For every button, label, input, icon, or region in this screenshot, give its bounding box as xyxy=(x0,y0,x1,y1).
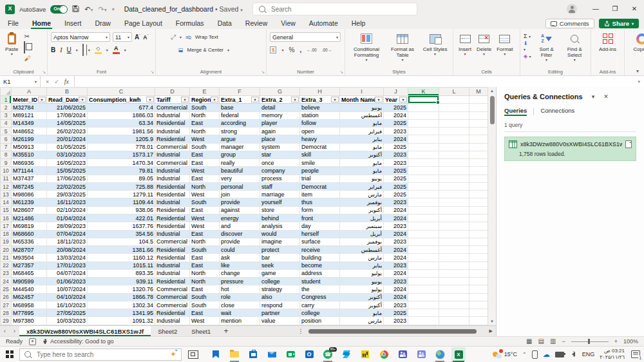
cell[interactable] xyxy=(439,269,469,277)
conditional-formatting-button[interactable]: Conditional Formatting ▾ xyxy=(348,32,384,67)
cell[interactable]: 2024 xyxy=(384,230,408,238)
cell[interactable] xyxy=(439,206,469,214)
cell[interactable]: 16/05/2023 xyxy=(47,159,88,167)
macro-record-icon[interactable] xyxy=(29,338,36,345)
cell[interactable]: East xyxy=(190,175,220,182)
cell[interactable]: 63.34 xyxy=(88,119,155,127)
menu-tab-automate[interactable]: Automate xyxy=(308,19,339,29)
sheet-tab-sheet2[interactable]: Sheet2 xyxy=(151,326,184,336)
sheet-tab-sheet1[interactable]: Sheet1 xyxy=(184,326,218,336)
cell[interactable]: West xyxy=(190,191,220,198)
cell[interactable] xyxy=(469,128,488,135)
cell[interactable]: 2025 xyxy=(384,119,408,127)
cell[interactable] xyxy=(408,191,439,198)
action-center-icon[interactable]: 1 xyxy=(631,350,640,358)
cell[interactable]: surface xyxy=(300,238,340,245)
cell[interactable]: process xyxy=(260,175,300,182)
cell[interactable]: hot xyxy=(220,285,260,293)
cell[interactable]: 01/05/2025 xyxy=(47,143,88,151)
cell[interactable]: the xyxy=(300,285,340,293)
filter-button[interactable]: ▼ xyxy=(146,97,154,102)
cell[interactable]: 01/06/2023 xyxy=(47,278,88,285)
cell[interactable]: Commercial xyxy=(155,104,190,111)
cell[interactable]: college xyxy=(260,278,300,285)
filter-button[interactable]: ▼ xyxy=(38,97,46,102)
merge-center-icon[interactable]: ⬓ xyxy=(178,48,184,53)
zoom-out-icon[interactable]: − xyxy=(562,338,565,345)
cell[interactable]: marriage xyxy=(260,191,300,198)
cell[interactable]: M37437 xyxy=(12,175,47,182)
cell[interactable]: station xyxy=(300,111,340,119)
cell[interactable]: M77895 xyxy=(12,309,47,317)
cell[interactable] xyxy=(469,238,488,245)
header-cell[interactable]: Extra_3▼ xyxy=(300,96,340,104)
filter-button[interactable]: ▼ xyxy=(375,97,383,102)
cell[interactable]: form xyxy=(300,206,340,214)
cell[interactable]: 04/10/2024 xyxy=(47,293,88,301)
cell[interactable] xyxy=(439,191,469,198)
cell[interactable]: 1109.44 xyxy=(88,198,155,206)
cell[interactable]: أكتوبر xyxy=(340,293,384,301)
expand-formula-bar-icon[interactable]: ▾ xyxy=(634,79,644,84)
wrap-text-icon[interactable]: ab̲ xyxy=(185,35,191,40)
cell[interactable] xyxy=(439,128,469,135)
cell[interactable]: 13/03/2024 xyxy=(47,254,88,262)
cell[interactable]: North xyxy=(190,182,220,190)
browser-globe-icon[interactable] xyxy=(433,347,447,362)
cell[interactable]: يونيو xyxy=(340,278,384,285)
cell[interactable]: become xyxy=(300,262,340,269)
file-explorer-icon[interactable] xyxy=(227,347,242,362)
page-break-view-icon[interactable]: ▥ xyxy=(550,338,556,345)
row-number[interactable]: 12 xyxy=(1,182,12,190)
format-painter-icon[interactable]: 🖌 xyxy=(24,55,30,62)
cell[interactable]: herself xyxy=(300,230,340,238)
cell[interactable]: day xyxy=(300,222,340,230)
cell[interactable]: address xyxy=(300,269,340,277)
cell[interactable] xyxy=(408,111,439,119)
redo-button[interactable]: ↷▾ xyxy=(98,5,106,14)
cell[interactable]: يوليو xyxy=(340,269,384,277)
close-button[interactable]: ✕ xyxy=(625,0,644,18)
cell[interactable] xyxy=(469,214,488,222)
cell[interactable]: open xyxy=(300,128,340,135)
column-header-H[interactable]: H xyxy=(300,88,340,96)
onedrive-icon[interactable]: ☁ xyxy=(543,351,550,358)
header-cell[interactable]: Year▼ xyxy=(384,96,408,104)
cell[interactable]: South xyxy=(190,301,220,309)
cell[interactable]: against xyxy=(220,206,260,214)
language-indicator[interactable]: ENG xyxy=(582,351,595,357)
cell[interactable] xyxy=(408,104,439,111)
cell[interactable]: Democrat xyxy=(300,143,340,151)
cell[interactable]: يونيو xyxy=(340,175,384,182)
cell[interactable]: 29/03/2025 xyxy=(47,191,88,198)
cell[interactable]: أغسطس xyxy=(340,246,384,254)
filter-button[interactable]: ▼ xyxy=(181,97,189,102)
column-header-B[interactable]: B xyxy=(47,88,88,96)
cell[interactable] xyxy=(439,309,469,317)
cell[interactable]: M14349 xyxy=(12,119,47,127)
page-layout-view-icon[interactable]: ▤ xyxy=(538,338,544,345)
cell[interactable] xyxy=(469,175,488,182)
cell[interactable]: carry xyxy=(300,301,340,309)
teams-work-icon[interactable] xyxy=(414,347,428,362)
cell[interactable] xyxy=(469,111,488,119)
cell[interactable]: would xyxy=(260,230,300,238)
cell[interactable]: Industrial xyxy=(155,230,190,238)
zoom-level[interactable]: 100% xyxy=(623,338,638,345)
cell[interactable] xyxy=(469,206,488,214)
row-number[interactable]: 13 xyxy=(1,191,12,198)
cell[interactable]: North xyxy=(190,238,220,245)
row-number[interactable]: 23 xyxy=(1,269,12,277)
cell[interactable]: 2025 xyxy=(384,182,408,190)
cell[interactable]: East xyxy=(190,230,220,238)
cell[interactable]: protect xyxy=(260,246,300,254)
cell[interactable]: federal xyxy=(220,111,260,119)
cell[interactable]: يناير xyxy=(340,262,384,269)
cell[interactable]: 2023 xyxy=(384,151,408,158)
header-cell[interactable]: Read_Date▼ xyxy=(47,96,88,104)
cell[interactable]: مايو xyxy=(340,167,384,175)
column-header-E[interactable]: E xyxy=(190,88,220,96)
cell[interactable] xyxy=(469,293,488,301)
column-header-M[interactable]: M xyxy=(469,88,488,96)
cell[interactable]: 422.01 xyxy=(88,214,155,222)
